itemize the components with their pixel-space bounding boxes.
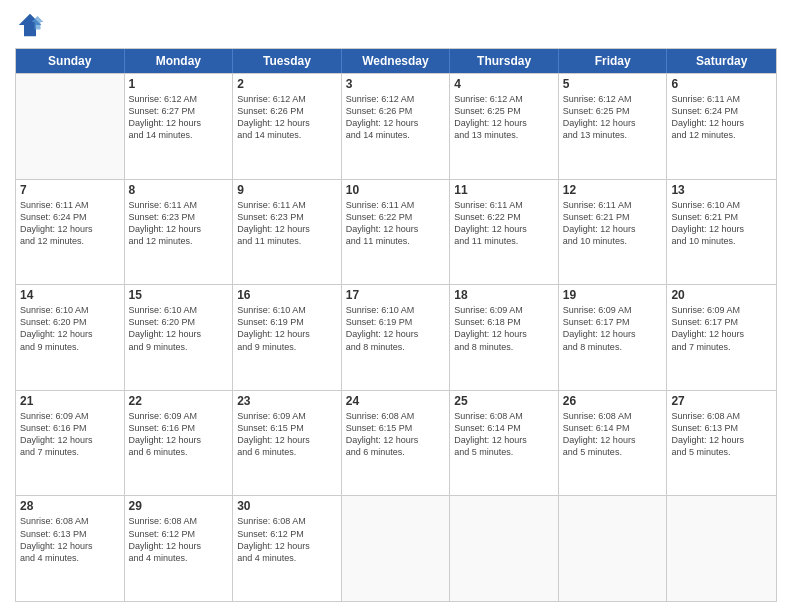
day-number: 9: [237, 183, 337, 197]
day-number: 23: [237, 394, 337, 408]
calendar-cell: 23Sunrise: 6:09 AM Sunset: 6:15 PM Dayli…: [233, 391, 342, 496]
day-info: Sunrise: 6:11 AM Sunset: 6:24 PM Dayligh…: [671, 93, 772, 142]
calendar-cell: 14Sunrise: 6:10 AM Sunset: 6:20 PM Dayli…: [16, 285, 125, 390]
weekday-header: Wednesday: [342, 49, 451, 73]
calendar-cell: 2Sunrise: 6:12 AM Sunset: 6:26 PM Daylig…: [233, 74, 342, 179]
day-info: Sunrise: 6:10 AM Sunset: 6:20 PM Dayligh…: [20, 304, 120, 353]
day-number: 13: [671, 183, 772, 197]
calendar-cell: 19Sunrise: 6:09 AM Sunset: 6:17 PM Dayli…: [559, 285, 668, 390]
day-number: 5: [563, 77, 663, 91]
calendar-cell: 18Sunrise: 6:09 AM Sunset: 6:18 PM Dayli…: [450, 285, 559, 390]
day-info: Sunrise: 6:08 AM Sunset: 6:14 PM Dayligh…: [563, 410, 663, 459]
calendar-cell: 29Sunrise: 6:08 AM Sunset: 6:12 PM Dayli…: [125, 496, 234, 601]
day-info: Sunrise: 6:08 AM Sunset: 6:15 PM Dayligh…: [346, 410, 446, 459]
day-number: 29: [129, 499, 229, 513]
day-number: 2: [237, 77, 337, 91]
day-number: 19: [563, 288, 663, 302]
calendar-cell: 9Sunrise: 6:11 AM Sunset: 6:23 PM Daylig…: [233, 180, 342, 285]
day-info: Sunrise: 6:08 AM Sunset: 6:12 PM Dayligh…: [129, 515, 229, 564]
day-info: Sunrise: 6:08 AM Sunset: 6:13 PM Dayligh…: [20, 515, 120, 564]
calendar-cell: 1Sunrise: 6:12 AM Sunset: 6:27 PM Daylig…: [125, 74, 234, 179]
day-info: Sunrise: 6:11 AM Sunset: 6:24 PM Dayligh…: [20, 199, 120, 248]
calendar-body: 1Sunrise: 6:12 AM Sunset: 6:27 PM Daylig…: [16, 73, 776, 601]
calendar-cell: 3Sunrise: 6:12 AM Sunset: 6:26 PM Daylig…: [342, 74, 451, 179]
calendar-cell: 11Sunrise: 6:11 AM Sunset: 6:22 PM Dayli…: [450, 180, 559, 285]
calendar-cell: [450, 496, 559, 601]
day-number: 8: [129, 183, 229, 197]
day-number: 21: [20, 394, 120, 408]
calendar-cell: 28Sunrise: 6:08 AM Sunset: 6:13 PM Dayli…: [16, 496, 125, 601]
calendar-cell: [559, 496, 668, 601]
calendar-cell: 16Sunrise: 6:10 AM Sunset: 6:19 PM Dayli…: [233, 285, 342, 390]
weekday-header: Monday: [125, 49, 234, 73]
day-number: 25: [454, 394, 554, 408]
day-number: 30: [237, 499, 337, 513]
calendar: SundayMondayTuesdayWednesdayThursdayFrid…: [15, 48, 777, 602]
day-info: Sunrise: 6:10 AM Sunset: 6:19 PM Dayligh…: [346, 304, 446, 353]
calendar-cell: 17Sunrise: 6:10 AM Sunset: 6:19 PM Dayli…: [342, 285, 451, 390]
day-number: 10: [346, 183, 446, 197]
calendar-header: SundayMondayTuesdayWednesdayThursdayFrid…: [16, 49, 776, 73]
day-number: 6: [671, 77, 772, 91]
weekday-header: Sunday: [16, 49, 125, 73]
day-info: Sunrise: 6:11 AM Sunset: 6:22 PM Dayligh…: [454, 199, 554, 248]
logo: [15, 10, 49, 40]
day-info: Sunrise: 6:08 AM Sunset: 6:13 PM Dayligh…: [671, 410, 772, 459]
day-number: 22: [129, 394, 229, 408]
calendar-cell: 7Sunrise: 6:11 AM Sunset: 6:24 PM Daylig…: [16, 180, 125, 285]
calendar-cell: 12Sunrise: 6:11 AM Sunset: 6:21 PM Dayli…: [559, 180, 668, 285]
day-number: 11: [454, 183, 554, 197]
calendar-cell: 5Sunrise: 6:12 AM Sunset: 6:25 PM Daylig…: [559, 74, 668, 179]
day-number: 1: [129, 77, 229, 91]
day-info: Sunrise: 6:11 AM Sunset: 6:23 PM Dayligh…: [237, 199, 337, 248]
day-number: 28: [20, 499, 120, 513]
logo-icon: [15, 10, 45, 40]
calendar-row: 14Sunrise: 6:10 AM Sunset: 6:20 PM Dayli…: [16, 284, 776, 390]
calendar-cell: 6Sunrise: 6:11 AM Sunset: 6:24 PM Daylig…: [667, 74, 776, 179]
day-number: 20: [671, 288, 772, 302]
calendar-cell: 21Sunrise: 6:09 AM Sunset: 6:16 PM Dayli…: [16, 391, 125, 496]
day-info: Sunrise: 6:08 AM Sunset: 6:14 PM Dayligh…: [454, 410, 554, 459]
day-number: 7: [20, 183, 120, 197]
calendar-cell: [16, 74, 125, 179]
day-number: 24: [346, 394, 446, 408]
calendar-cell: 8Sunrise: 6:11 AM Sunset: 6:23 PM Daylig…: [125, 180, 234, 285]
day-info: Sunrise: 6:09 AM Sunset: 6:17 PM Dayligh…: [563, 304, 663, 353]
day-info: Sunrise: 6:11 AM Sunset: 6:22 PM Dayligh…: [346, 199, 446, 248]
day-info: Sunrise: 6:10 AM Sunset: 6:19 PM Dayligh…: [237, 304, 337, 353]
day-number: 15: [129, 288, 229, 302]
calendar-row: 21Sunrise: 6:09 AM Sunset: 6:16 PM Dayli…: [16, 390, 776, 496]
day-number: 12: [563, 183, 663, 197]
calendar-cell: 25Sunrise: 6:08 AM Sunset: 6:14 PM Dayli…: [450, 391, 559, 496]
day-number: 26: [563, 394, 663, 408]
weekday-header: Thursday: [450, 49, 559, 73]
calendar-cell: [342, 496, 451, 601]
calendar-cell: 15Sunrise: 6:10 AM Sunset: 6:20 PM Dayli…: [125, 285, 234, 390]
calendar-cell: 22Sunrise: 6:09 AM Sunset: 6:16 PM Dayli…: [125, 391, 234, 496]
day-number: 27: [671, 394, 772, 408]
day-info: Sunrise: 6:10 AM Sunset: 6:20 PM Dayligh…: [129, 304, 229, 353]
day-info: Sunrise: 6:12 AM Sunset: 6:26 PM Dayligh…: [237, 93, 337, 142]
calendar-cell: 30Sunrise: 6:08 AM Sunset: 6:12 PM Dayli…: [233, 496, 342, 601]
calendar-cell: 13Sunrise: 6:10 AM Sunset: 6:21 PM Dayli…: [667, 180, 776, 285]
calendar-cell: 24Sunrise: 6:08 AM Sunset: 6:15 PM Dayli…: [342, 391, 451, 496]
day-number: 14: [20, 288, 120, 302]
header: [15, 10, 777, 40]
weekday-header: Friday: [559, 49, 668, 73]
weekday-header: Saturday: [667, 49, 776, 73]
day-info: Sunrise: 6:11 AM Sunset: 6:21 PM Dayligh…: [563, 199, 663, 248]
calendar-cell: 4Sunrise: 6:12 AM Sunset: 6:25 PM Daylig…: [450, 74, 559, 179]
day-info: Sunrise: 6:09 AM Sunset: 6:17 PM Dayligh…: [671, 304, 772, 353]
page: SundayMondayTuesdayWednesdayThursdayFrid…: [0, 0, 792, 612]
day-info: Sunrise: 6:12 AM Sunset: 6:25 PM Dayligh…: [563, 93, 663, 142]
day-info: Sunrise: 6:09 AM Sunset: 6:18 PM Dayligh…: [454, 304, 554, 353]
calendar-row: 7Sunrise: 6:11 AM Sunset: 6:24 PM Daylig…: [16, 179, 776, 285]
calendar-row: 28Sunrise: 6:08 AM Sunset: 6:13 PM Dayli…: [16, 495, 776, 601]
day-info: Sunrise: 6:09 AM Sunset: 6:15 PM Dayligh…: [237, 410, 337, 459]
calendar-cell: 26Sunrise: 6:08 AM Sunset: 6:14 PM Dayli…: [559, 391, 668, 496]
day-number: 16: [237, 288, 337, 302]
day-info: Sunrise: 6:09 AM Sunset: 6:16 PM Dayligh…: [129, 410, 229, 459]
day-info: Sunrise: 6:12 AM Sunset: 6:27 PM Dayligh…: [129, 93, 229, 142]
day-info: Sunrise: 6:11 AM Sunset: 6:23 PM Dayligh…: [129, 199, 229, 248]
day-number: 3: [346, 77, 446, 91]
